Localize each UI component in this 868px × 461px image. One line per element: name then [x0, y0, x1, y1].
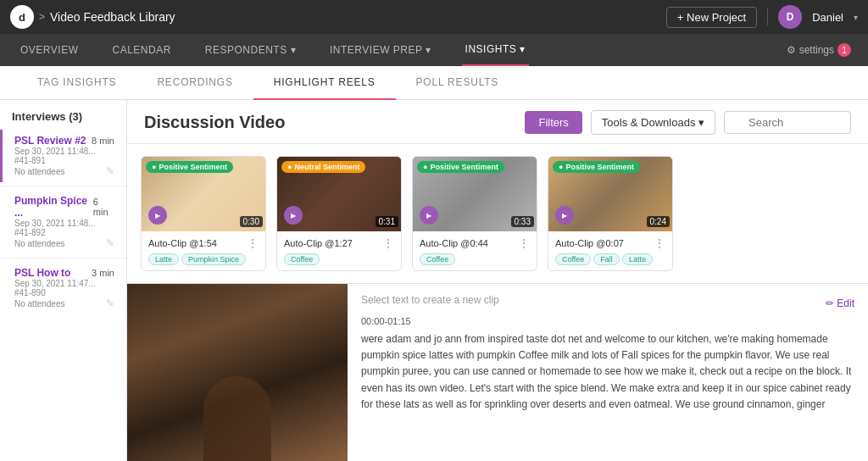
clip-thumb-2: ●Neutral Sentiment ▶ 0:31	[277, 157, 402, 231]
panel-actions: Filters Tools & Downloads ▾ 🔍	[525, 110, 851, 135]
tools-label: Tools & Downloads ▾	[602, 116, 704, 129]
interview-1-duration: 8 min	[92, 136, 114, 146]
breadcrumb-separator: >	[39, 11, 45, 23]
edit-icon-3[interactable]: ✎	[106, 297, 114, 309]
interview-2-id: #41-892	[14, 228, 114, 237]
edit-icon-2[interactable]: ✎	[106, 237, 114, 249]
play-button-1[interactable]: ▶	[148, 206, 167, 225]
tools-downloads-button[interactable]: Tools & Downloads ▾	[591, 110, 715, 135]
breadcrumb-title: Video Feedback Library	[50, 10, 175, 24]
sidebar-item-interview-3[interactable]: PSL How to 3 min Sep 30, 2021 11:47... #…	[0, 262, 126, 314]
clip-card-3[interactable]: ●Positive Sentiment ▶ 0:33 Auto-Clip @0:…	[412, 156, 537, 271]
clip-1-duration: 0:30	[240, 216, 263, 227]
clip-4-title: Auto-Clip @0:07	[555, 238, 624, 248]
video-preview[interactable]	[127, 284, 348, 461]
app-logo: d	[10, 5, 34, 29]
clip-card-2[interactable]: ●Neutral Sentiment ▶ 0:31 Auto-Clip @1:2…	[276, 156, 402, 271]
sub-navigation: TAG INSIGHTS RECORDINGS HIGHLIGHT REELS …	[0, 66, 868, 100]
nav-item-respondents[interactable]: RESPONDENTS ▾	[202, 34, 299, 66]
main-panel: Discussion Video Filters Tools & Downloa…	[127, 100, 868, 461]
interview-1-id: #41-891	[14, 156, 114, 165]
tag-coffee-4[interactable]: Coffee	[555, 253, 591, 265]
interview-2-duration: 6 min	[93, 197, 114, 217]
clip-3-menu[interactable]: ⋮	[518, 236, 530, 250]
sidebar-item-interview-1[interactable]: PSL Review #2 8 min Sep 30, 2021 11:48..…	[0, 130, 126, 182]
clip-2-info: Auto-Clip @1:27 ⋮ Coffee	[277, 231, 401, 270]
clip-4-sentiment: ●Positive Sentiment	[553, 161, 640, 173]
clip-1-info: Auto-Clip @1:54 ⋮ Latte Pumpkin Spice	[142, 231, 265, 270]
clip-4-tags: Coffee Fall Latte	[555, 253, 665, 265]
panel-header: Discussion Video Filters Tools & Downloa…	[127, 100, 868, 144]
tag-coffee-3[interactable]: Coffee	[420, 253, 455, 265]
clips-grid: ●Positive Sentiment ▶ 0:30 Auto-Clip @1:…	[141, 156, 854, 271]
interview-3-attendees: No attendees	[14, 299, 65, 308]
transcript-timestamp: 00:00-01:15	[361, 316, 854, 326]
interview-3-id: #41-890	[14, 288, 114, 297]
transcript-panel: Select text to create a new clip ✏ Edit …	[348, 284, 868, 461]
clip-1-title: Auto-Clip @1:54	[148, 238, 217, 248]
nav-item-insights[interactable]: INSIGHTS ▾	[462, 34, 529, 66]
interview-2-attendees: No attendees	[14, 239, 65, 248]
clip-card-1[interactable]: ●Positive Sentiment ▶ 0:30 Auto-Clip @1:…	[141, 156, 266, 271]
clip-1-menu[interactable]: ⋮	[247, 236, 259, 250]
clip-3-duration: 0:33	[511, 216, 534, 227]
clip-2-title: Auto-Clip @1:27	[284, 238, 353, 248]
interview-3-name: PSL How to	[14, 267, 70, 279]
sidebar: Interviews (3) PSL Review #2 8 min Sep 3…	[0, 100, 127, 461]
tab-highlight-reels[interactable]: HIGHLIGHT REELS	[253, 66, 396, 100]
top-navigation: d > Video Feedback Library + New Project…	[0, 0, 868, 34]
tag-latte[interactable]: Latte	[148, 253, 179, 265]
tab-recordings[interactable]: RECORDINGS	[136, 66, 253, 100]
search-input[interactable]	[724, 111, 851, 134]
clip-4-duration: 0:24	[647, 216, 670, 227]
play-button-2[interactable]: ▶	[284, 206, 303, 225]
tab-poll-results[interactable]: POLL RESULTS	[396, 66, 520, 100]
filters-button[interactable]: Filters	[525, 111, 581, 134]
interview-3-date: Sep 30, 2021 11:47...	[14, 279, 114, 288]
settings-button[interactable]: ⚙ settings 1	[787, 43, 851, 57]
clip-thumb-1: ●Positive Sentiment ▶ 0:30	[142, 157, 266, 231]
tag-fall[interactable]: Fall	[593, 253, 620, 265]
bottom-area: Select text to create a new clip ✏ Edit …	[127, 283, 868, 461]
clips-area: ●Positive Sentiment ▶ 0:30 Auto-Clip @1:…	[127, 144, 868, 283]
tag-coffee-2[interactable]: Coffee	[284, 253, 320, 265]
edit-button[interactable]: ✏ Edit	[826, 297, 854, 309]
sidebar-item-interview-2[interactable]: Pumpkin Spice ... 6 min Sep 30, 2021 11:…	[0, 190, 126, 254]
clip-1-sentiment: ●Positive Sentiment	[146, 161, 233, 173]
clip-card-4[interactable]: ●Positive Sentiment ▶ 0:24 Auto-Clip @0:…	[548, 156, 673, 271]
gear-icon: ⚙	[787, 44, 796, 56]
panel-title: Discussion Video	[144, 113, 285, 132]
nav-item-interview-prep[interactable]: INTERVIEW PREP ▾	[326, 34, 435, 66]
clip-1-tags: Latte Pumpkin Spice	[148, 253, 259, 265]
avatar: D	[778, 5, 802, 29]
clip-3-title: Auto-Clip @0:44	[420, 238, 488, 248]
user-name: Daniel	[812, 11, 843, 24]
nav-item-calendar[interactable]: CALENDAR	[108, 34, 174, 66]
video-content	[127, 284, 348, 461]
search-wrapper: 🔍	[724, 111, 851, 134]
interview-2-date: Sep 30, 2021 11:48...	[14, 219, 114, 228]
clip-4-menu[interactable]: ⋮	[654, 236, 665, 250]
sidebar-title: Interviews (3)	[0, 110, 126, 130]
settings-badge: 1	[837, 43, 851, 57]
main-navigation: OVERVIEW CALENDAR RESPONDENTS ▾ INTERVIE…	[0, 34, 868, 66]
new-project-button[interactable]: + New Project	[666, 7, 757, 28]
nav-item-overview[interactable]: OVERVIEW	[17, 34, 81, 66]
clip-3-tags: Coffee	[420, 253, 530, 265]
transcript-text: were adam and jo ann from inspired taste…	[361, 331, 854, 413]
interview-1-date: Sep 30, 2021 11:48...	[14, 147, 114, 156]
clip-thumb-3: ●Positive Sentiment ▶ 0:33	[413, 157, 537, 231]
play-button-4[interactable]: ▶	[555, 206, 574, 225]
interview-2-name: Pumpkin Spice ...	[14, 195, 93, 219]
clip-2-duration: 0:31	[376, 216, 398, 227]
clip-4-info: Auto-Clip @0:07 ⋮ Coffee Fall Latte	[548, 231, 672, 270]
clip-2-menu[interactable]: ⋮	[382, 236, 394, 250]
tag-pumpkin-spice[interactable]: Pumpkin Spice	[181, 253, 246, 265]
edit-icon[interactable]: ✎	[106, 165, 114, 177]
tab-tag-insights[interactable]: TAG INSIGHTS	[17, 66, 136, 100]
chevron-down-icon[interactable]: ▾	[854, 13, 858, 22]
interview-1-name: PSL Review #2	[14, 135, 86, 147]
play-button-3[interactable]: ▶	[420, 206, 438, 225]
tag-latte-4[interactable]: Latte	[622, 253, 653, 265]
settings-label: settings	[799, 44, 834, 56]
